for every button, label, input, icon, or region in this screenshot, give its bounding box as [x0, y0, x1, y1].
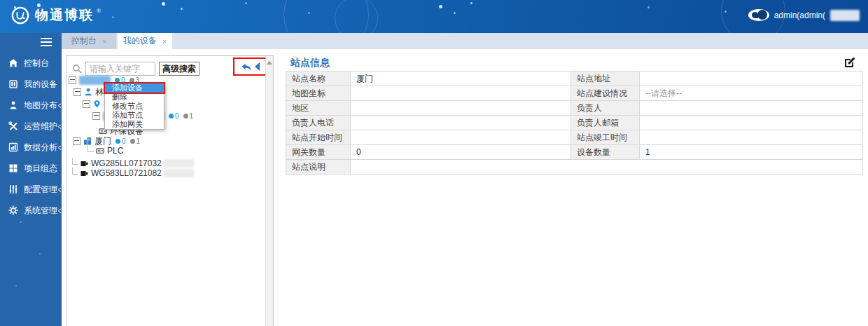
- scroll-up-icon[interactable]: [267, 58, 272, 64]
- username-redacted: [830, 10, 860, 21]
- building-icon: [83, 137, 92, 145]
- field-label: 负责人邮箱: [571, 116, 640, 130]
- grid-icon: [8, 163, 18, 173]
- badge-gray-dot: [183, 114, 188, 118]
- device-tree-panel: 高级搜索 0 3 林 0 1 环保设备 厦门 0 1: [66, 55, 274, 326]
- gateway-icon: [80, 160, 88, 168]
- field-label: 网关数量: [286, 145, 351, 160]
- sliders-icon: [8, 184, 18, 194]
- field-label: 站点名称: [286, 72, 351, 86]
- sidebar-item-label: 我的设备: [24, 79, 57, 90]
- chevron-collapsed-icon: <: [58, 100, 62, 110]
- field-label: 站点竣工时间: [571, 130, 640, 145]
- location-pin-icon: [93, 100, 101, 108]
- username: admin(admin(: [774, 11, 825, 20]
- tree-node-label: 林: [95, 86, 104, 98]
- annotation-red-box-arrows: [233, 57, 267, 76]
- badge-blue-dot: [115, 139, 120, 144]
- close-icon[interactable]: ×: [162, 37, 167, 46]
- tree-node-label: WG285LL0717032: [91, 158, 162, 168]
- advanced-search-button[interactable]: 高级搜索: [159, 62, 200, 76]
- sidebar-item-label: 系统管理: [24, 205, 57, 217]
- gear-icon: [8, 205, 18, 215]
- user-menu[interactable]: admin(admin(: [748, 9, 860, 21]
- tree-node-xiamen[interactable]: 厦门 0 1: [73, 136, 140, 146]
- badge-count: 1: [190, 112, 194, 120]
- decor-ring: [335, 0, 378, 33]
- tab-my-devices[interactable]: 我的设备 ×: [118, 33, 172, 49]
- field-value: 1: [640, 145, 863, 160]
- field-value: [351, 101, 571, 116]
- sidebar-item-project-config[interactable]: 项目组态: [0, 158, 62, 179]
- tree-node-plc[interactable]: PLC: [88, 146, 123, 156]
- badge-count: 0: [175, 112, 179, 120]
- field-label: 负责人电话: [286, 116, 351, 130]
- avatar[interactable]: [748, 9, 769, 21]
- site-info-table: 站点名称 厦门 站点地址 地图坐标 站点建设情况 --请选择-- 地区 负责人 …: [286, 71, 863, 175]
- collapse-panel-icon[interactable]: [254, 62, 260, 72]
- sidebar-item-my-devices[interactable]: 我的设备: [0, 74, 62, 95]
- sidebar-item-label: 控制台: [24, 57, 49, 69]
- field-label: 地区: [286, 101, 351, 116]
- field-value: [640, 101, 863, 116]
- undo-arrow-icon[interactable]: [241, 62, 252, 72]
- collapse-toggle-icon[interactable]: [74, 88, 81, 96]
- field-value: [640, 116, 863, 130]
- sidebar-item-console[interactable]: 控制台: [0, 53, 62, 74]
- sidebar-item-system-mgmt[interactable]: 系统管理 <: [0, 200, 62, 221]
- chevron-collapsed-icon: <: [58, 121, 62, 131]
- top-header: 物通博联 ® admin(admin(: [0, 0, 868, 33]
- devices-icon: [8, 79, 18, 89]
- tree-node-gateway2[interactable]: WG583LL0721082: [72, 168, 194, 178]
- sidebar-item-settings-mgmt[interactable]: 配置管理 <: [0, 179, 62, 200]
- badge-count: 1: [136, 137, 141, 145]
- field-label: 地图坐标: [286, 86, 351, 101]
- tab-label: 控制台: [71, 35, 97, 47]
- tree-node-label: 厦门: [94, 135, 111, 147]
- logo-text: 物通博联: [35, 6, 94, 25]
- gateway-icon: [80, 170, 88, 177]
- tree-scrollbar[interactable]: [265, 56, 273, 326]
- collapse-toggle-icon[interactable]: [83, 100, 90, 108]
- chart-icon: [8, 142, 18, 152]
- collapse-toggle-icon[interactable]: [92, 112, 100, 120]
- collapse-toggle-icon[interactable]: [69, 76, 76, 84]
- badge-blue-dot: [115, 78, 120, 83]
- badge-gray-dot: [130, 78, 134, 83]
- context-menu: 添加设备 删除 修改节点 添加节点 添加网关: [104, 83, 164, 130]
- collapse-toggle-icon[interactable]: [73, 137, 80, 145]
- search-icon: [72, 64, 82, 74]
- menu-item-delete[interactable]: 删除: [105, 93, 164, 102]
- device-icon: [96, 147, 104, 155]
- field-label: 设备数量: [571, 145, 640, 160]
- search-input[interactable]: [85, 62, 155, 76]
- tree-connector: [72, 168, 78, 175]
- menu-item-add-device[interactable]: 添加设备: [105, 83, 164, 93]
- field-value: [351, 116, 571, 130]
- home-icon: [8, 58, 18, 68]
- field-label: 站点地址: [571, 72, 640, 86]
- sidebar-item-label: 项目组态: [24, 163, 57, 175]
- edit-icon[interactable]: [844, 56, 856, 72]
- tab-label: 我的设备: [123, 35, 157, 47]
- sidebar-item-analytics[interactable]: 数据分析 <: [0, 137, 62, 158]
- decor-dot: [39, 253, 41, 254]
- page-title: 站点信息: [290, 57, 330, 69]
- field-value: [351, 160, 863, 175]
- sidebar-item-label: 数据分析: [24, 142, 57, 154]
- tree-node-gateway1[interactable]: WG285LL0717032: [72, 158, 194, 168]
- menu-toggle-icon[interactable]: [41, 38, 52, 39]
- tab-console[interactable]: 控制台 ×: [62, 33, 116, 49]
- close-icon[interactable]: ×: [102, 37, 106, 46]
- menu-item-add-node[interactable]: 添加节点: [105, 111, 164, 120]
- sidebar-item-operations[interactable]: 运营维护 <: [0, 116, 62, 137]
- logo-icon: [11, 6, 29, 25]
- field-label: 站点开始时间: [286, 130, 351, 145]
- sidebar-item-map[interactable]: 地图分布 <: [0, 95, 62, 116]
- menu-item-edit-node[interactable]: 修改节点: [105, 102, 164, 111]
- menu-item-add-gateway[interactable]: 添加网关: [105, 120, 164, 129]
- field-label: 站点说明: [286, 160, 351, 175]
- tools-icon: [8, 121, 18, 131]
- chevron-collapsed-icon: <: [58, 205, 62, 215]
- chevron-collapsed-icon: <: [58, 184, 62, 194]
